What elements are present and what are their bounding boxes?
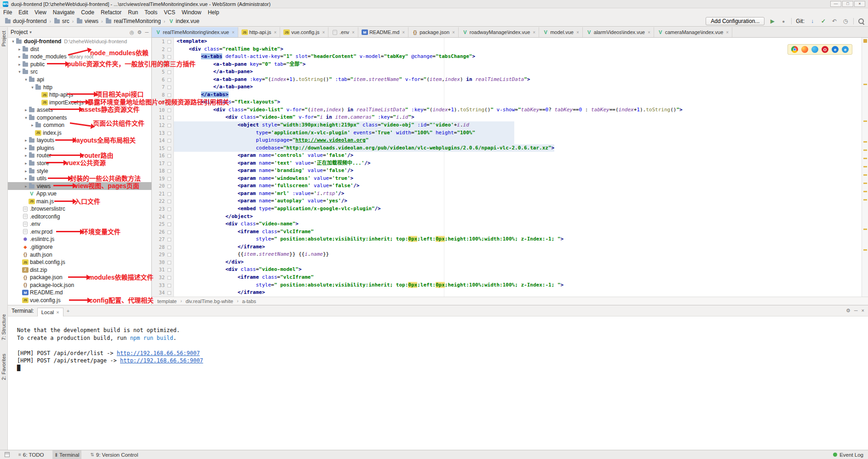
breadcrumb-item[interactable]: views	[76, 18, 98, 24]
fold-marker[interactable]	[167, 228, 172, 236]
statusbar-item-terminal[interactable]: ▮Terminal	[52, 450, 81, 459]
menu-item-window[interactable]: Window	[178, 9, 205, 16]
locate-icon[interactable]: ◎	[130, 29, 134, 35]
event-log-icon[interactable]	[833, 453, 837, 457]
chevron-collapsed-icon[interactable]: ▸	[23, 169, 29, 173]
tree-item[interactable]: .env.prod	[8, 228, 151, 236]
fold-marker[interactable]	[167, 190, 172, 198]
opera-icon[interactable]: O	[822, 46, 828, 53]
code-line[interactable]: 34 </iframe>	[152, 289, 868, 297]
tool-stripe-project[interactable]: Project	[1, 31, 6, 46]
editor-breadcrumb-item[interactable]: a-tabs	[241, 298, 257, 304]
code-line[interactable]: 9 <div class="flex-layouts">	[152, 98, 868, 106]
code-line[interactable]: 14 pluginspage="http://www.videolan.org"	[152, 137, 868, 144]
tab-close-icon[interactable]: ×	[402, 30, 405, 35]
code-line[interactable]: 30 </div>	[152, 258, 868, 266]
fold-marker[interactable]	[167, 213, 172, 221]
minimize-icon[interactable]: ─	[854, 308, 858, 314]
fold-marker[interactable]	[167, 38, 172, 46]
menu-item-run[interactable]: Run	[125, 9, 141, 16]
editor-tab[interactable]: JShttp-api.js×	[238, 27, 281, 37]
code-line[interactable]: 18 <param name='branding' value='false'/…	[152, 167, 868, 175]
code-line[interactable]: 32 <iframe class="vlcIframe"	[152, 274, 868, 281]
menu-item-navigate[interactable]: Navigate	[50, 9, 78, 16]
menu-item-help[interactable]: Help	[205, 9, 223, 16]
tree-item[interactable]: .editorconfig	[8, 213, 151, 221]
code-line[interactable]: 1<template>	[152, 38, 868, 46]
tree-item[interactable]: JSbabel.config.js	[8, 258, 151, 266]
code-line[interactable]: 10 <div class="video-list" v-for="(item,…	[152, 106, 868, 114]
tree-item[interactable]: ▸utils	[8, 175, 151, 183]
code-area[interactable]: 1<template>2 <div class="realTime bg-whi…	[152, 38, 868, 297]
tab-close-icon[interactable]: ×	[648, 30, 650, 35]
terminal-line[interactable]: █	[17, 364, 868, 372]
code-line[interactable]: 15 codebase="http://downloads.videolan.o…	[152, 144, 868, 152]
add-configuration-button[interactable]: Add Configuration...	[706, 17, 765, 25]
editor-tab[interactable]: .env×	[328, 27, 358, 37]
tool-stripe-structure[interactable]: 7: Structure	[1, 314, 6, 340]
fold-marker[interactable]	[167, 220, 172, 228]
safari-icon[interactable]	[811, 46, 818, 53]
code-line[interactable]: 6 <a-tab-pane :key="(index+1).toString()…	[152, 76, 868, 84]
tree-item[interactable]: {}package-lock.json	[8, 281, 151, 289]
edge-icon[interactable]: e	[842, 46, 849, 53]
menu-item-tools[interactable]: Tools	[141, 9, 161, 16]
chevron-collapsed-icon[interactable]: ▸	[23, 146, 29, 150]
statusbar-item-version-control[interactable]: ⇅9: Version Control	[88, 450, 140, 459]
chevron-collapsed-icon[interactable]: ▸	[17, 47, 22, 52]
editor-breadcrumb-item[interactable]: template	[156, 298, 178, 304]
fold-marker[interactable]	[167, 175, 172, 183]
menu-item-file[interactable]: File	[0, 9, 15, 16]
fold-marker[interactable]	[167, 121, 172, 129]
right-error-stripe[interactable]	[862, 38, 868, 297]
fold-marker[interactable]	[167, 258, 172, 266]
fold-marker[interactable]	[167, 167, 172, 175]
toolwindow-toggle-icon[interactable]	[5, 452, 10, 457]
code-line[interactable]: 28 </iframe>	[152, 243, 868, 251]
code-line[interactable]: 29 {{item.streetName}} {{i.name}}	[152, 251, 868, 258]
menu-item-vcs[interactable]: VCS	[161, 9, 178, 16]
close-icon[interactable]: ×	[862, 308, 864, 314]
terminal-line[interactable]: To create a production build, run npm ru…	[17, 334, 868, 342]
tree-item[interactable]: ▾components	[8, 114, 151, 121]
code-line[interactable]: 4 <a-tab-pane key="0" tab="全部">	[152, 61, 868, 69]
code-line[interactable]: 22 <param name='autoplay' value='yes'/>	[152, 197, 868, 205]
statusbar-item-todo[interactable]: ≡6: TODO	[16, 450, 46, 459]
fold-marker[interactable]	[167, 160, 172, 167]
tree-item[interactable]: {}package.json	[8, 274, 151, 281]
terminal-line[interactable]: Note that the development build is not o…	[17, 327, 868, 334]
tree-item[interactable]: JSmain.js	[8, 197, 151, 205]
tab-close-icon[interactable]: ×	[322, 30, 325, 35]
tree-item[interactable]: JShttp-api.js	[8, 91, 151, 99]
fold-marker[interactable]	[167, 98, 172, 106]
tab-close-icon[interactable]: ×	[726, 30, 729, 35]
code-line[interactable]: 17 <param name='text' value='正在加载视频中...'…	[152, 160, 868, 167]
tool-stripe-favorites[interactable]: 2: Favorites	[1, 354, 6, 380]
new-terminal-icon[interactable]: +	[67, 308, 69, 314]
fold-marker[interactable]	[167, 91, 172, 99]
tab-close-icon[interactable]: ×	[576, 30, 579, 35]
terminal-line[interactable]: [HPM] POST /api/order/list -> http://192…	[17, 350, 868, 357]
chevron-collapsed-icon[interactable]: ▸	[17, 62, 22, 67]
tree-item[interactable]: ▸node_moduleslibrary root	[8, 53, 151, 61]
editor-tab[interactable]: VroadwayManage\index.vue×	[459, 27, 539, 37]
breadcrumb-item[interactable]: duoji-frontend	[5, 18, 46, 24]
run-icon[interactable]: ▶	[769, 18, 776, 24]
history-icon[interactable]: ◷	[842, 18, 849, 24]
tree-item[interactable]: ▸plugins	[8, 144, 151, 152]
chevron-collapsed-icon[interactable]: ▸	[30, 123, 35, 127]
fold-marker[interactable]	[167, 68, 172, 76]
tree-item[interactable]: .browserslistrc	[8, 205, 151, 213]
terminal-line[interactable]	[17, 342, 868, 349]
fold-marker[interactable]	[167, 205, 172, 213]
minimize-icon[interactable]: —	[830, 1, 841, 7]
fold-marker[interactable]	[167, 182, 172, 190]
fold-marker[interactable]	[167, 266, 172, 274]
event-log-label[interactable]: Event Log	[839, 452, 863, 458]
fold-marker[interactable]	[167, 46, 172, 53]
tree-item[interactable]: ▾src	[8, 68, 151, 76]
terminal-tab[interactable]: Local ×	[37, 308, 63, 316]
code-line[interactable]: 21 <param name='mrl' :value='i.rtsp'/>	[152, 190, 868, 198]
terminal-link[interactable]: http://192.168.66.56:9007	[120, 357, 203, 364]
tree-item[interactable]: ▸router	[8, 152, 151, 160]
